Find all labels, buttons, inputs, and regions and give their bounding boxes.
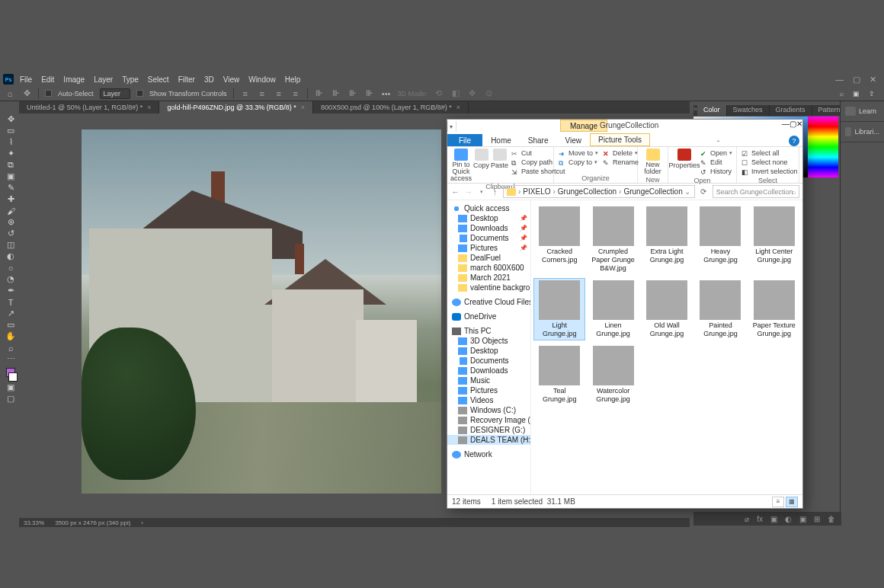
home-icon[interactable]: ⌂ [5,89,15,98]
edit-toolbar-icon[interactable]: ⋯ [2,353,19,365]
panel-tab-gradients[interactable]: Gradients [770,105,812,116]
move-tool-icon[interactable]: ✥ [2,113,19,125]
nav-item[interactable]: March 2021 [447,273,530,283]
breadcrumb[interactable]: GrungeCollection [558,187,617,196]
select-none-button[interactable]: ☐Select none [740,158,799,167]
path-tool-icon[interactable]: ↗ [2,308,19,319]
distribute-icon[interactable]: ⊪ [348,88,358,98]
close-tab-icon[interactable]: × [301,104,305,111]
adjustment-icon[interactable]: ◐ [785,515,792,523]
ps-maximize-icon[interactable]: ▢ [853,75,860,85]
pin-quick-access-button[interactable]: Pin to Quick access [450,149,472,182]
breadcrumb[interactable]: GrungeCollection [623,187,682,196]
zoom-level[interactable]: 33.33% [24,519,44,526]
up-button[interactable]: ↑ [490,187,500,197]
refresh-button[interactable]: ⟳ [698,187,709,196]
nav-item[interactable]: DealFuel [447,253,530,263]
tab-home[interactable]: Home [482,134,520,146]
link-icon[interactable]: ⌀ [745,515,749,523]
paste-button[interactable]: Paste [491,149,508,169]
properties-button[interactable]: Properties [671,149,697,169]
pen-tool-icon[interactable]: ✒ [2,285,19,296]
share-icon[interactable]: ⇪ [869,90,875,97]
tab-share[interactable]: Share [520,134,557,146]
explorer-file-pane[interactable]: Cracked Corners.jpgCrumpled Paper Grunge… [531,200,802,494]
menu-image[interactable]: Image [63,75,85,84]
file-item[interactable]: Old Wall Grunge.jpg [642,279,692,340]
nav-item[interactable]: Pictures [447,385,530,395]
ps-close-icon[interactable]: ✕ [870,75,876,85]
file-item[interactable]: Extra Light Grunge.jpg [642,205,692,274]
chevron-right-icon[interactable]: › [141,519,143,526]
nav-item[interactable]: Documents [447,356,530,366]
file-item[interactable]: Heavy Grunge.jpg [695,205,745,274]
menu-3d[interactable]: 3D [204,75,214,84]
delete-button[interactable]: ✕Delete [601,149,640,158]
distribute-icon[interactable]: ⊪ [364,88,375,98]
nav-item[interactable]: DESIGNER (G:) [447,425,530,435]
align-icon[interactable]: ≡ [274,89,284,98]
rename-button[interactable]: ✎Rename [601,158,640,167]
nav-item[interactable]: OneDrive [447,312,530,321]
zoom-tool-icon[interactable]: ⌕ [2,342,19,353]
dodge-tool-icon[interactable]: ◔ [2,273,19,285]
more-icon[interactable]: ••• [381,89,392,98]
open-button[interactable]: ✔Open [699,149,734,158]
crop-tool-icon[interactable]: ⧉ [2,159,19,171]
invert-selection-button[interactable]: ◧Invert selection [740,167,799,176]
menu-window[interactable]: Window [248,75,276,84]
gradient-tool-icon[interactable]: ◐ [2,251,19,262]
history-button[interactable]: ↺History [699,167,734,176]
panel-tab-color[interactable]: Color [697,105,727,116]
minimize-button[interactable]: — [782,120,790,128]
align-icon[interactable]: ≡ [257,89,267,98]
hand-tool-icon[interactable]: ✋ [2,331,19,342]
chevron-down-icon[interactable]: ⌄ [684,187,690,196]
nav-item[interactable]: DEALS TEAM (H:) [447,435,530,445]
breadcrumb[interactable]: PIXELO [523,187,550,196]
menu-filter[interactable]: Filter [178,75,195,84]
recent-dropdown[interactable]: ▾ [477,189,487,195]
details-view-button[interactable]: ≡ [772,497,784,507]
menu-help[interactable]: Help [285,75,301,84]
tab-picture-tools[interactable]: Picture Tools [590,133,650,146]
nav-item[interactable]: Desktop📌 [447,213,530,223]
lasso-tool-icon[interactable]: ⌇ [2,136,19,148]
heal-tool-icon[interactable]: ✚ [2,193,19,205]
distribute-icon[interactable]: ⊪ [314,88,325,98]
document-tab[interactable]: gold-hill-P496ZND.jpg @ 33.3% (RGB/8) *× [159,101,312,113]
nav-item[interactable]: Network [447,449,530,459]
learn-panel-button[interactable]: Learn [841,104,884,118]
file-item[interactable]: Paper Texture Grunge.jpg [749,279,799,340]
nav-item[interactable]: Music [447,375,530,385]
tab-file[interactable]: File [447,134,482,146]
close-tab-icon[interactable]: × [456,104,460,111]
nav-item[interactable]: 3D Objects [447,336,530,346]
nav-item[interactable]: Videos [447,395,530,405]
trash-icon[interactable]: 🗑 [828,515,835,523]
file-item[interactable]: Cracked Corners.jpg [534,205,585,274]
close-tab-icon[interactable]: × [147,104,151,111]
file-item[interactable]: Teal Grunge.jpg [534,344,585,405]
new-layer-icon[interactable]: ⊞ [814,515,820,523]
document-tab[interactable]: Untitled-1 @ 50% (Layer 1, RGB/8#) *× [19,101,159,113]
nav-item[interactable]: This PC [447,326,530,336]
nav-item[interactable]: Downloads [447,366,530,375]
file-item[interactable]: Light Center Grunge.jpg [749,205,799,274]
copy-to-button[interactable]: ⧉Copy to [557,158,600,167]
quickmask-icon[interactable]: ▣ [2,382,19,393]
file-item[interactable]: Crumpled Paper Grunge B&W.jpg [588,205,638,274]
copy-button[interactable]: Copy [473,149,489,169]
nav-item[interactable]: Creative Cloud Files [447,297,530,307]
move-to-button[interactable]: ➜Move to [557,149,600,158]
nav-item[interactable]: Windows (C:) [447,405,530,415]
panel-tab-swatches[interactable]: Swatches [727,105,770,116]
blur-tool-icon[interactable]: ○ [2,262,19,273]
file-item[interactable]: Painted Grunge.jpg [695,279,745,340]
shape-tool-icon[interactable]: ▭ [2,319,19,331]
menu-select[interactable]: Select [148,75,169,84]
back-button[interactable]: ← [450,187,460,197]
thumbnails-view-button[interactable]: ▦ [786,497,798,507]
chevron-up-icon[interactable]: ⌃ [716,139,724,146]
align-icon[interactable]: ≡ [290,89,301,98]
